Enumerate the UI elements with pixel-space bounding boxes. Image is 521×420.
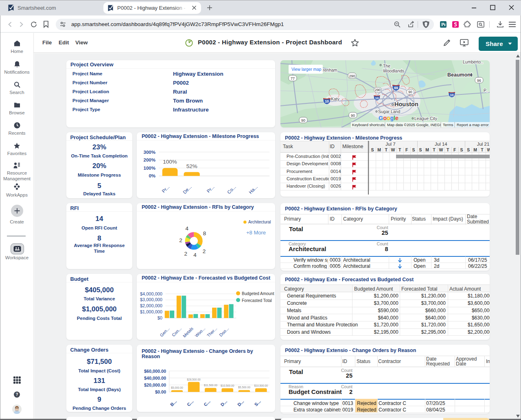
svg-text:90: 90 [301,118,305,122]
svg-text:$0.00: $0.00 [155,389,166,394]
svg-text:P0002 - Highway Extension - RF: P0002 - Highway Extension - RFIs by Cate… [142,204,254,210]
svg-text:g: g [390,115,394,121]
svg-text:$5,000.00: $5,000.00 [171,386,183,389]
svg-text:Sugar Land: Sugar Land [378,109,400,114]
svg-text:52%: 52% [186,163,197,169]
svg-text:Report a map error: Report a map error [457,123,489,127]
svg-text:10: 10 [325,99,329,103]
svg-text:0%: 0% [149,173,155,178]
svg-text:2: 2 [203,248,206,254]
svg-text:C...: C... [186,399,195,407]
svg-text:Woo...: Woo... [194,326,206,338]
svg-text:90: 90 [351,114,355,118]
svg-text:P0002 - Highway Extensio - Cha: P0002 - Highway Extensio - Change Orders… [142,348,253,354]
svg-text:100%: 100% [144,166,155,171]
svg-text:Ha...: Ha... [248,184,258,195]
svg-text:Pr...: Pr... [161,184,170,194]
svg-text:300%: 300% [144,150,155,155]
svg-text:Gen...: Gen... [159,326,171,338]
svg-text:$20,000.00: $20,000.00 [144,383,166,387]
svg-text:Pr...: Pr... [206,184,215,194]
svg-text:e: e [395,115,398,121]
svg-text:Con...: Con... [171,326,182,337]
svg-text:$10,500.00: $10,500.00 [221,384,234,387]
svg-text:10: 10 [450,93,454,97]
svg-text:Keyboard shortcuts: Keyboard shortcuts [352,123,385,127]
svg-text:$10,500.00: $10,500.00 [254,384,268,387]
svg-text:Houston: Houston [394,101,418,107]
svg-text:Map data ©2025 Google, INEGI: Map data ©2025 Google, INEGI [387,123,441,127]
svg-text:$4,000,000: $4,000,000 [140,291,162,296]
svg-text:Beaumont: Beaumont [447,72,473,78]
svg-text:Reason: Reason [142,354,160,359]
svg-text:De...: De... [182,184,193,195]
svg-text:2: 2 [184,251,187,257]
svg-text:96: 96 [477,79,481,83]
svg-text:Woodlands: Woodlands [383,68,404,73]
svg-text:G: G [379,115,383,121]
svg-text:S...: S... [254,399,262,407]
svg-text:P..: P.. [484,88,488,93]
svg-text:P0002 - Highway Extension - Mi: P0002 - Highway Extension - Milestone Pr… [142,133,259,139]
svg-text:D...: D... [236,399,245,407]
svg-text:The: The [383,63,390,68]
svg-text:Terms: Terms [443,123,453,127]
svg-text:$3,000,000: $3,000,000 [140,297,162,302]
svg-text:290: 290 [375,88,381,92]
svg-text:4: 4 [186,225,189,232]
svg-text:290: 290 [349,74,355,78]
svg-text:$1,000,000: $1,000,000 [140,309,162,314]
svg-text:100%: 100% [163,159,177,165]
svg-text:4: 4 [193,252,197,258]
svg-text:Architectural: Architectural [248,220,271,224]
svg-text:10: 10 [375,96,379,100]
svg-text:$5,500.00: $5,500.00 [238,386,250,389]
svg-text:$11,500.00: $11,500.00 [204,384,217,387]
svg-text:Ther...: Ther... [206,326,218,338]
svg-text:2: 2 [179,237,182,243]
svg-text:$40,000.00: $40,000.00 [144,376,166,381]
svg-text:B...: B... [169,399,178,407]
svg-text:Doo...: Doo... [218,326,230,337]
svg-text:D...: D... [220,399,228,407]
svg-text:League City: League City [414,116,438,121]
svg-text:$60,000.00: $60,000.00 [144,369,166,374]
svg-text:P0002 - Highway Exte - Forecas: P0002 - Highway Exte - Forecasted vs Bud… [142,275,271,281]
svg-text:Lumberto..: Lumberto.. [463,60,483,64]
svg-text:69: 69 [394,86,398,90]
svg-text:Forecasted Total: Forecasted Total [242,298,272,303]
svg-text:Metals: Metals [182,326,194,338]
svg-text:8: 8 [203,230,206,236]
svg-text:Co...: Co... [226,184,237,195]
svg-text:$0: $0 [158,315,162,320]
svg-text:$28,500.00: $28,500.00 [187,378,201,381]
svg-text:+8 More: +8 More [246,230,266,236]
svg-text:C...: C... [203,399,211,407]
svg-text:200%: 200% [144,158,155,162]
svg-text:$2,000,000: $2,000,000 [140,303,162,308]
svg-text:90: 90 [408,90,412,94]
svg-text:Budgeted Amount: Budgeted Amount [242,291,274,296]
svg-text:77: 77 [291,77,295,81]
svg-text:renham: renham [323,68,337,72]
svg-text:Katy: Katy [331,96,340,101]
svg-text:View larger map: View larger map [291,67,322,72]
